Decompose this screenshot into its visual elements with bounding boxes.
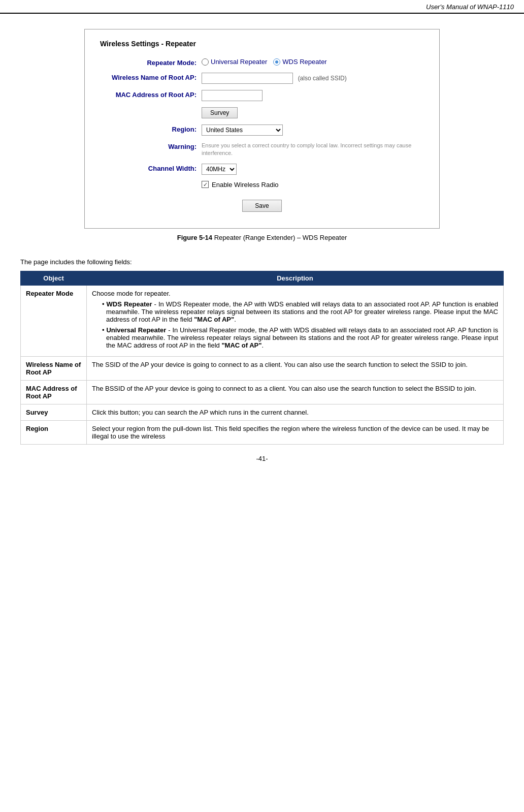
enable-wireless-checkbox[interactable]: ✓ <box>202 181 209 188</box>
radio-universal[interactable]: Universal Repeater <box>202 58 267 66</box>
figure-caption-text: Repeater (Range Extender) – WDS Repeater <box>212 234 347 241</box>
region-select[interactable]: United States <box>202 124 283 136</box>
channel-width-select[interactable]: 40MHz <box>202 164 237 175</box>
page-description: The page includes the following fields: <box>20 258 504 266</box>
desc-region: Select your region from the pull-down li… <box>87 420 504 444</box>
enable-wireless-spacer <box>100 181 202 182</box>
table-header-row: Object Description <box>21 271 504 285</box>
mac-address-row: MAC Address of Root AP: <box>100 90 424 101</box>
region-control: United States <box>202 124 424 136</box>
table-row: Survey Click this button; you can search… <box>21 404 504 420</box>
wireless-name-control: (also called SSID) <box>202 73 424 84</box>
figure-box: Wireless Settings - Repeater Repeater Mo… <box>84 29 440 229</box>
page-content: Wireless Settings - Repeater Repeater Mo… <box>0 14 524 478</box>
repeater-mode-control: Universal Repeater WDS Repeater <box>202 58 424 66</box>
repeater-mode-label: Repeater Mode: <box>100 58 202 67</box>
wireless-name-label: Wireless Name of Root AP: <box>100 73 202 81</box>
warning-control: Ensure you select a correct country to c… <box>202 142 424 158</box>
mac-of-ap-bold1: "MAC of AP" <box>194 316 234 323</box>
header-title: User's Manual of WNAP-1110 <box>426 3 514 11</box>
enable-wireless-label: Enable Wireless Radio <box>212 181 279 189</box>
save-button[interactable]: Save <box>242 200 281 212</box>
page-number: -41- <box>256 455 268 462</box>
survey-label-spacer <box>100 107 202 108</box>
mac-address-label: MAC Address of Root AP: <box>100 90 202 99</box>
region-label: Region: <box>100 124 202 133</box>
channel-width-control: 40MHz <box>202 164 424 175</box>
desc-mac-address: The BSSID of the AP your device is going… <box>87 380 504 404</box>
mac-input[interactable] <box>202 90 263 101</box>
object-mac-address: MAC Address of Root AP <box>21 380 87 404</box>
region-row: Region: United States <box>100 124 424 136</box>
mac-address-control <box>202 90 424 101</box>
bullet-wds: WDS Repeater - In WDS Repeater mode, the… <box>102 300 498 323</box>
enable-wireless-checkbox-row: ✓ Enable Wireless Radio <box>202 181 424 189</box>
desc-repeater-mode: Choose mode for repeater. WDS Repeater -… <box>87 285 504 356</box>
table-row: Wireless Name of Root AP The SSID of the… <box>21 356 504 380</box>
table-row: Repeater Mode Choose mode for repeater. … <box>21 285 504 356</box>
radio-wds-circle <box>273 58 280 66</box>
wireless-name-row: Wireless Name of Root AP: (also called S… <box>100 73 424 84</box>
desc-survey: Click this button; you can search the AP… <box>87 404 504 420</box>
bullet-wds-text: - In WDS Repeater mode, the AP with WDS … <box>106 300 498 323</box>
radio-universal-circle <box>202 58 209 66</box>
figure-title: Wireless Settings - Repeater <box>100 40 424 48</box>
ssid-input[interactable] <box>202 73 293 84</box>
object-region: Region <box>21 420 87 444</box>
object-survey: Survey <box>21 404 87 420</box>
bullet-universal-bold: Universal Repeater <box>106 326 166 334</box>
save-row: Save <box>100 195 424 212</box>
survey-control: Survey <box>202 107 424 118</box>
warning-row: Warning: Ensure you select a correct cou… <box>100 142 424 158</box>
bullet-wds-bold: WDS Repeater <box>107 300 152 308</box>
mac-of-ap-bold2: "MAC of AP" <box>221 341 261 349</box>
table-row: MAC Address of Root AP The BSSID of the … <box>21 380 504 404</box>
survey-row: Survey <box>100 107 424 118</box>
object-repeater-mode: Repeater Mode <box>21 285 87 356</box>
figure-caption: Figure 5-14 Repeater (Range Extender) – … <box>20 234 504 241</box>
page-header: User's Manual of WNAP-1110 <box>0 0 524 14</box>
ssid-note: (also called SSID) <box>298 75 347 82</box>
channel-width-label: Channel Width: <box>100 164 202 172</box>
object-wireless-name: Wireless Name of Root AP <box>21 356 87 380</box>
description-table: Object Description Repeater Mode Choose … <box>20 271 504 445</box>
enable-wireless-control: ✓ Enable Wireless Radio <box>202 181 424 189</box>
channel-width-row: Channel Width: 40MHz <box>100 164 424 175</box>
warning-label: Warning: <box>100 142 202 150</box>
warning-text: Ensure you select a correct country to c… <box>202 142 424 158</box>
desc-intro: Choose mode for repeater. <box>92 290 498 297</box>
radio-wds-label: WDS Repeater <box>282 58 326 66</box>
enable-wireless-row: ✓ Enable Wireless Radio <box>100 181 424 189</box>
page-footer: -41- <box>20 455 504 467</box>
figure-caption-label: Figure 5-14 <box>177 234 212 241</box>
repeater-mode-row: Repeater Mode: Universal Repeater WDS Re… <box>100 58 424 67</box>
radio-wds[interactable]: WDS Repeater <box>273 58 326 66</box>
table-row: Region Select your region from the pull-… <box>21 420 504 444</box>
radio-universal-label: Universal Repeater <box>211 58 267 66</box>
col-header-object: Object <box>21 271 87 285</box>
bullet-universal: Universal Repeater - In Universal Repeat… <box>102 326 498 349</box>
radio-group: Universal Repeater WDS Repeater <box>202 58 424 66</box>
desc-wireless-name: The SSID of the AP your device is going … <box>87 356 504 380</box>
survey-button[interactable]: Survey <box>202 107 238 118</box>
col-header-description: Description <box>87 271 504 285</box>
